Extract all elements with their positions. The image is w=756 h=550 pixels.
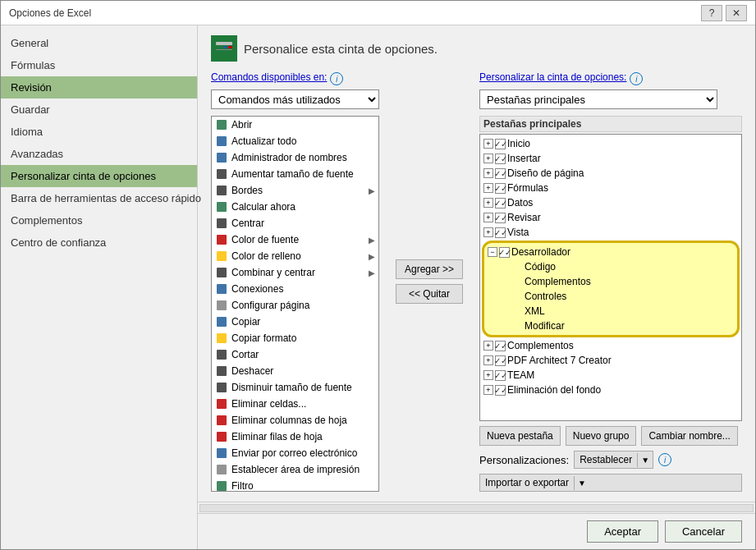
command-list-item[interactable]: Centrar xyxy=(212,215,378,231)
tree-item-vista[interactable]: +✓Vista xyxy=(480,225,741,240)
tree-checkbox[interactable]: ✓ xyxy=(495,183,506,194)
tree-expand-icon[interactable]: + xyxy=(483,168,493,178)
nuevo-grupo-button[interactable]: Nuevo grupo xyxy=(566,426,637,446)
tree-expand-icon[interactable]: + xyxy=(483,183,493,193)
command-list-item[interactable]: Administrador de nombres xyxy=(212,149,378,166)
command-list-item[interactable]: Configurar página xyxy=(212,297,378,314)
command-list-item[interactable]: Aumentar tamaño de fuente xyxy=(212,166,378,182)
tree-checkbox[interactable]: ✓ xyxy=(495,355,506,366)
close-button[interactable]: ✕ xyxy=(726,5,747,21)
tree-item-eliminacion[interactable]: +✓Eliminación del fondo xyxy=(480,383,741,397)
cancelar-button[interactable]: Cancelar xyxy=(665,520,742,543)
command-list-item[interactable]: Eliminar filas de hoja xyxy=(212,429,378,445)
tree-checkbox[interactable]: ✓ xyxy=(495,385,506,396)
tree-item-codigo[interactable]: Código xyxy=(484,259,737,274)
tree-checkbox[interactable]: ✓ xyxy=(495,341,506,351)
command-list-item[interactable]: Eliminar columnas de hoja xyxy=(212,412,378,429)
tree-expand-icon[interactable]: + xyxy=(483,213,493,222)
ribbon-label[interactable]: Personalizar la cinta de opciones: xyxy=(479,71,626,83)
command-list-item[interactable]: Copiar xyxy=(212,314,378,330)
help-button[interactable]: ? xyxy=(701,5,722,21)
tree-checkbox[interactable]: ✓ xyxy=(495,198,506,209)
command-list-item[interactable]: Abrir xyxy=(212,117,378,133)
tree-item-insertar[interactable]: +✓Insertar xyxy=(480,151,741,166)
sidebar-item-complementos[interactable]: Complementos xyxy=(1,209,197,231)
ribbon-info-icon[interactable]: i xyxy=(630,72,643,85)
aceptar-button[interactable]: Aceptar xyxy=(587,520,658,543)
command-list-item[interactable]: Eliminar celdas... xyxy=(212,396,378,412)
command-list-item[interactable]: Filtro xyxy=(212,478,378,492)
tree-item-inicio[interactable]: +✓Inicio xyxy=(480,136,741,151)
sidebar-item-avanzadas[interactable]: Avanzadas xyxy=(1,143,197,165)
commands-label[interactable]: Comandos disponibles en: xyxy=(211,71,327,83)
ribbon-select[interactable]: Pestañas principales xyxy=(479,89,717,109)
command-list-item[interactable]: Actualizar todo xyxy=(212,133,378,149)
command-list-item[interactable]: Cortar xyxy=(212,346,378,363)
tree-checkbox[interactable]: ✓ xyxy=(495,168,506,179)
tree-item-desarrollador[interactable]: −✓Desarrollador xyxy=(484,245,737,259)
command-list-item[interactable]: Calcular ahora xyxy=(212,199,378,215)
command-list-item[interactable]: Copiar formato xyxy=(212,330,378,346)
tree-expand-icon[interactable]: + xyxy=(483,370,493,380)
importar-exportar-dropdown[interactable]: Importar o exportar ▼ xyxy=(479,474,742,492)
commands-info-icon[interactable]: i xyxy=(330,72,343,85)
command-list-item[interactable]: Color de relleno▶ xyxy=(212,248,378,264)
tree-expand-icon[interactable]: + xyxy=(483,227,493,237)
command-list-item[interactable]: Conexiones xyxy=(212,281,378,297)
tree-checkbox[interactable]: ✓ xyxy=(495,139,506,149)
importar-exportar-arrow[interactable]: ▼ xyxy=(574,476,589,490)
tree-item-datos[interactable]: +✓Datos xyxy=(480,195,741,210)
tree-item-complementos-main[interactable]: +✓Complementos xyxy=(480,338,741,353)
sidebar-item-revision[interactable]: Revisión xyxy=(1,76,197,99)
tree-item-xml[interactable]: XML xyxy=(484,304,737,319)
command-list-item[interactable]: Establecer área de impresión xyxy=(212,461,378,478)
sidebar-item-centro[interactable]: Centro de confianza xyxy=(1,231,197,254)
restablecer-arrow[interactable]: ▼ xyxy=(637,453,653,467)
right-column: Personalizar la cinta de opciones: i Pes… xyxy=(479,71,742,492)
tree-expand-icon[interactable]: + xyxy=(483,154,493,163)
sidebar-item-general[interactable]: General xyxy=(1,32,197,54)
command-list-item[interactable]: Deshacer xyxy=(212,363,378,379)
tree-checkbox[interactable]: ✓ xyxy=(495,227,506,238)
tree-expand-icon[interactable]: + xyxy=(483,198,493,208)
tree-item-diseno[interactable]: +✓Diseño de página xyxy=(480,166,741,181)
tree-checkbox[interactable]: ✓ xyxy=(499,247,510,258)
cambiar-nombre-button[interactable]: Cambiar nombre... xyxy=(641,426,737,446)
tree-item-modificar[interactable]: Modificar xyxy=(484,319,737,333)
tree-checkbox[interactable]: ✓ xyxy=(495,370,506,381)
tree-expand-icon[interactable]: + xyxy=(483,341,493,351)
ribbon-tree[interactable]: +✓Inicio+✓Insertar+✓Diseño de página+✓Fó… xyxy=(479,134,742,421)
tree-expand-icon[interactable]: + xyxy=(483,385,493,395)
sidebar-item-barra[interactable]: Barra de herramientas de acceso rápido xyxy=(1,187,197,209)
sidebar-item-personalizar[interactable]: Personalizar cinta de opciones xyxy=(1,165,197,187)
command-list-item[interactable]: Disminuir tamaño de fuente xyxy=(212,379,378,396)
tree-item-pdf-architect[interactable]: +✓PDF Architect 7 Creator xyxy=(480,353,741,368)
tree-checkbox[interactable]: ✓ xyxy=(495,154,506,164)
horizontal-scrollbar[interactable] xyxy=(198,502,755,513)
sidebar-item-formulas[interactable]: Fórmulas xyxy=(1,54,197,76)
sidebar-item-idioma[interactable]: Idioma xyxy=(1,121,197,143)
sidebar-item-guardar[interactable]: Guardar xyxy=(1,99,197,121)
nueva-pestana-button[interactable]: Nueva pestaña xyxy=(479,426,561,446)
add-button[interactable]: Agregar >> xyxy=(396,259,463,279)
command-list-item[interactable]: Enviar por correo electrónico xyxy=(212,445,378,461)
commands-select[interactable]: Comandos más utilizados xyxy=(211,89,379,109)
command-submenu-arrow: ▶ xyxy=(369,268,375,277)
personalizations-info-icon[interactable]: i xyxy=(658,453,671,466)
tree-checkbox[interactable]: ✓ xyxy=(495,213,506,223)
tree-item-revisar[interactable]: +✓Revisar xyxy=(480,210,741,225)
command-list-item[interactable]: Bordes▶ xyxy=(212,182,378,199)
commands-list[interactable]: AbrirActualizar todoAdministrador de nom… xyxy=(211,116,379,492)
command-list-item[interactable]: Combinar y centrar▶ xyxy=(212,264,378,281)
tree-expand-icon[interactable]: + xyxy=(483,355,493,365)
remove-button[interactable]: << Quitar xyxy=(396,284,463,304)
tree-item-team[interactable]: +✓TEAM xyxy=(480,368,741,383)
restablecer-dropdown[interactable]: Restablecer ▼ xyxy=(574,451,653,469)
tree-item-controles[interactable]: Controles xyxy=(484,289,737,304)
command-icon xyxy=(215,135,228,148)
tree-expand-icon[interactable]: − xyxy=(488,247,497,257)
command-list-item[interactable]: Color de fuente▶ xyxy=(212,231,378,248)
tree-item-formulas[interactable]: +✓Fórmulas xyxy=(480,181,741,195)
tree-item-complementos-sub[interactable]: Complementos xyxy=(484,274,737,289)
tree-expand-icon[interactable]: + xyxy=(483,139,493,149)
